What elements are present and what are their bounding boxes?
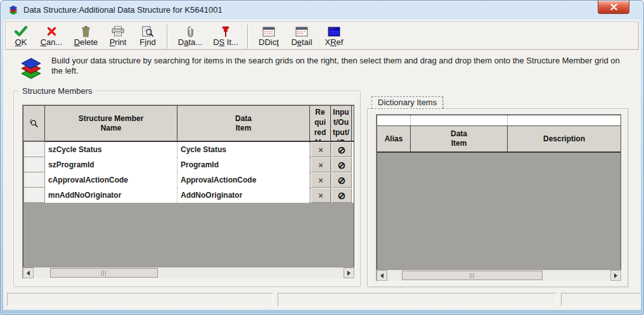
- row-header[interactable]: [23, 172, 45, 188]
- x-mark-icon: ×: [318, 160, 323, 170]
- app-icon: [8, 5, 18, 15]
- cell-member-name[interactable]: mnAddNoOriginator: [45, 188, 177, 203]
- input-output-toggle[interactable]: ⊘: [331, 142, 352, 157]
- right-arrow-icon: [347, 271, 351, 276]
- qbe-description-input[interactable]: [508, 115, 621, 125]
- left-arrow-icon: [380, 273, 383, 278]
- cancel-x-icon: [47, 25, 56, 38]
- scroll-left-button[interactable]: [23, 267, 34, 278]
- column-header-data-item: Data Item: [177, 106, 310, 141]
- cell-data-item[interactable]: Cycle Status: [177, 142, 310, 157]
- window-title: Data Structure:Additional Data Structure…: [23, 1, 222, 20]
- cell-member-name[interactable]: szProgramId: [45, 157, 177, 172]
- horizontal-scrollbar[interactable]: [377, 269, 621, 281]
- delete-button[interactable]: Delete: [69, 23, 103, 49]
- instruction-text: Build your data structure by searching f…: [51, 56, 633, 76]
- paperclip-icon: [187, 25, 194, 38]
- scrollbar-thumb[interactable]: [402, 271, 543, 280]
- left-arrow-icon: [27, 271, 30, 276]
- x-mark-icon: ×: [318, 176, 323, 185]
- scroll-right-button[interactable]: [610, 270, 621, 281]
- structure-members-grid: Structure Member Name Data Item Re qui r…: [22, 105, 355, 279]
- input-output-toggle[interactable]: ⊘: [331, 188, 352, 203]
- column-header-structure-member-name: Structure Member Name: [45, 106, 177, 141]
- column-header-description: Description: [508, 126, 621, 151]
- required-toggle[interactable]: ×: [310, 157, 331, 172]
- close-button[interactable]: [598, 1, 629, 14]
- circle-slash-icon: ⊘: [338, 145, 346, 155]
- pushpin-icon: [221, 25, 230, 38]
- tab-dictionary-items[interactable]: Dictionary Items: [371, 96, 443, 109]
- ds-item-button[interactable]: DS It...: [209, 23, 243, 49]
- scrollbar-track[interactable]: [158, 267, 344, 278]
- printer-icon: [112, 25, 124, 38]
- scroll-right-button[interactable]: [344, 267, 354, 278]
- status-panel-right: [561, 293, 641, 306]
- required-toggle[interactable]: ×: [310, 188, 331, 203]
- cancel-button[interactable]: Can...: [34, 23, 69, 49]
- cell-member-name[interactable]: cApprovalActionCode: [45, 172, 177, 188]
- print-button[interactable]: Print: [103, 23, 133, 49]
- ok-button[interactable]: OK: [8, 23, 34, 49]
- xref-grid-icon: [328, 25, 340, 38]
- qbe-magnifier-icon[interactable]: [23, 106, 45, 141]
- detail-grid-icon: [295, 25, 308, 38]
- close-icon: [610, 4, 617, 10]
- header-tail: [352, 106, 354, 141]
- x-mark-icon: ×: [318, 191, 323, 200]
- qbe-alias-input[interactable]: [377, 115, 411, 125]
- empty-grid-area: [377, 153, 621, 269]
- cell-data-item[interactable]: ApprovalActionCode: [177, 172, 310, 188]
- data-structure-icon: [20, 57, 42, 80]
- status-panel-left: [7, 293, 273, 306]
- status-panel-center: [278, 293, 557, 306]
- table-row[interactable]: szProgramId ProgramId × ⊘: [23, 157, 354, 172]
- xref-button[interactable]: XRef: [318, 23, 350, 49]
- table-row[interactable]: cApprovalActionCode ApprovalActionCode ×…: [23, 172, 354, 188]
- table-row[interactable]: szCycle Status Cycle Status × ⊘: [23, 142, 354, 157]
- column-header-required: Re qui red Me: [310, 106, 331, 141]
- empty-grid-area: [23, 203, 354, 267]
- circle-slash-icon: ⊘: [338, 160, 346, 170]
- qbe-filter-row: [377, 115, 621, 126]
- data-button[interactable]: Data...: [172, 23, 209, 49]
- dictionary-items-panel: Alias Data Item Description: [367, 108, 628, 287]
- row-header[interactable]: [23, 187, 45, 203]
- trash-icon: [81, 25, 91, 38]
- data-dictionary-grid-icon: [262, 25, 275, 38]
- column-header-input-output: Inpu t/Ou tput/ IO: [331, 106, 352, 141]
- dialog-client-area: OK Can... Delete: [3, 20, 641, 310]
- detail-button[interactable]: Detail: [285, 23, 318, 49]
- required-toggle[interactable]: ×: [310, 172, 331, 188]
- circle-slash-icon: ⊘: [338, 191, 346, 200]
- structure-members-groupbox: Structure Members Structure Member Name: [13, 91, 361, 287]
- column-header-data-item: Data Item: [411, 126, 508, 151]
- toolbar-separator: [167, 25, 167, 49]
- circle-slash-icon: ⊘: [338, 176, 346, 185]
- row-header[interactable]: [23, 157, 45, 172]
- cell-data-item[interactable]: AddNoOriginator: [177, 188, 310, 203]
- titlebar[interactable]: Data Structure:Additional Data Structure…: [1, 1, 643, 20]
- input-output-toggle[interactable]: ⊘: [331, 172, 352, 188]
- required-toggle[interactable]: ×: [310, 142, 331, 157]
- horizontal-scrollbar[interactable]: [23, 267, 354, 278]
- toolbar-separator: [247, 25, 248, 49]
- table-row[interactable]: mnAddNoOriginator AddNoOriginator × ⊘: [23, 188, 354, 203]
- find-button[interactable]: Find: [133, 23, 162, 49]
- structure-members-label: Structure Members: [19, 86, 96, 96]
- scroll-left-button[interactable]: [377, 270, 387, 281]
- ok-check-icon: [14, 25, 28, 38]
- cell-data-item[interactable]: ProgramId: [177, 157, 310, 172]
- ddict-button[interactable]: DDict: [252, 23, 285, 49]
- input-output-toggle[interactable]: ⊘: [331, 157, 352, 172]
- find-magnifier-icon: [142, 25, 153, 38]
- scrollbar-thumb[interactable]: [50, 268, 158, 278]
- scrollbar-track[interactable]: [543, 270, 610, 281]
- qbe-data-item-input[interactable]: [411, 115, 508, 125]
- cell-member-name[interactable]: szCycle Status: [45, 142, 177, 157]
- column-header-alias: Alias: [377, 126, 411, 151]
- dictionary-items-grid-header: Alias Data Item Description: [377, 126, 621, 153]
- dictionary-items-grid: Alias Data Item Description: [376, 114, 622, 281]
- dialog-window: Data Structure:Additional Data Structure…: [0, 0, 644, 315]
- row-header[interactable]: [23, 141, 45, 157]
